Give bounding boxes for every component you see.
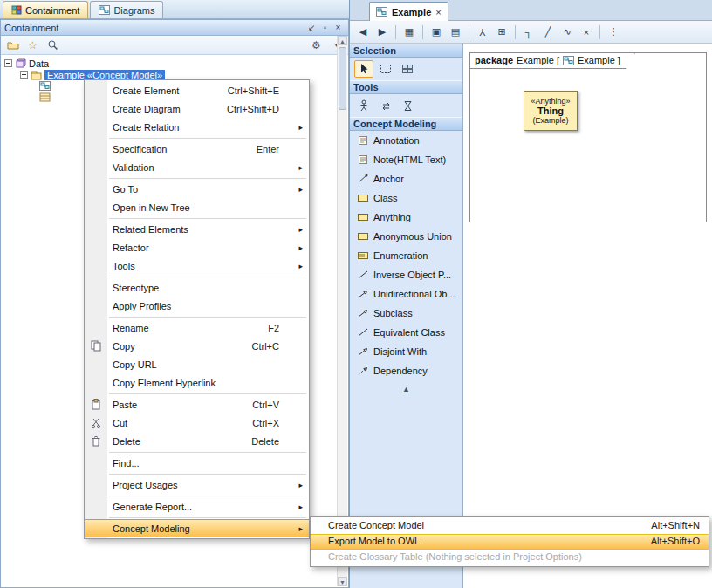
close-panel-button[interactable]: × — [332, 23, 345, 32]
menu-item-specification[interactable]: SpecificationEnter — [85, 140, 309, 158]
palette-item-equivalent-class[interactable]: Equivalent Class — [350, 323, 462, 342]
submenu-arrow-icon: ▸ — [298, 262, 303, 270]
tool-button-2[interactable] — [376, 97, 395, 114]
palette-item-label: Enumeration — [373, 250, 428, 261]
scroll-down-icon[interactable]: ▼ — [338, 577, 347, 586]
menu-item-open-in-new-tree[interactable]: Open in New Tree — [85, 198, 309, 216]
menu-item-rename[interactable]: RenameF2 — [85, 318, 309, 337]
menu-item-copy-element-hyperlink[interactable]: Copy Element Hyperlink — [85, 373, 309, 392]
package-icon — [31, 70, 42, 80]
menu-item-find[interactable]: Find... — [85, 454, 309, 472]
grid-tool-button[interactable] — [398, 60, 417, 78]
copy-button[interactable]: ▣ — [428, 24, 445, 41]
tool-button-1[interactable] — [354, 97, 373, 114]
menu-item-concept-modeling[interactable]: Concept Modeling▸ — [85, 519, 309, 537]
scrollbar-thumb[interactable] — [339, 47, 346, 110]
palette-item-anything[interactable]: Anything — [350, 208, 462, 227]
submenu-item-create-concept-model[interactable]: Create Concept ModelAlt+Shift+N — [311, 518, 709, 534]
dependency-icon — [356, 366, 369, 376]
menu-item-create-element[interactable]: Create ElementCtrl+Shift+E — [85, 81, 309, 99]
menu-separator — [109, 393, 306, 394]
search-button[interactable] — [45, 38, 60, 52]
menu-item-create-relation[interactable]: Create Relation▸ — [85, 118, 309, 136]
left-tab-strip: Containment Diagrams — [0, 0, 349, 19]
menu-item-go-to[interactable]: Go To▸ — [85, 180, 309, 198]
layout-button[interactable]: Y — [474, 24, 491, 41]
palette-scroll-up-button[interactable]: ▲ — [350, 380, 462, 393]
menu-item-delete[interactable]: DeleteDelete — [85, 432, 309, 450]
menu-item-refactor[interactable]: Refactor▸ — [85, 238, 309, 256]
palette-item-disjoint-with[interactable]: Disjoint With — [350, 342, 462, 361]
palette-item-anonymous-union[interactable]: Anonymous Union — [350, 227, 462, 246]
submenu-arrow-icon: ▸ — [298, 185, 303, 194]
forward-button[interactable]: ▶ — [373, 24, 391, 41]
menu-item-cut[interactable]: CutCtrl+X — [85, 414, 309, 432]
diagram-icon — [563, 56, 574, 65]
curve-path-button[interactable]: ∿ — [558, 24, 576, 41]
menu-item-stereotype[interactable]: Stereotype — [85, 278, 309, 297]
favorites-button[interactable]: ☆ — [25, 38, 40, 52]
palette-item-class[interactable]: Class — [350, 188, 462, 208]
dock-panel-button[interactable]: ▫ — [318, 23, 332, 32]
tree-row-data[interactable]: Data — [1, 58, 348, 69]
palette-item-subclass[interactable]: Subclass — [350, 304, 462, 323]
submenu-item-export-model-to-owl[interactable]: Export Model to OWLAlt+Shift+O — [311, 534, 709, 550]
palette-item-dependency[interactable]: Dependency — [350, 361, 462, 380]
menu-item-generate-report[interactable]: Generate Report...▸ — [85, 497, 309, 516]
oblique-path-button[interactable]: ╱ — [539, 24, 557, 41]
thing-element[interactable]: «Anything» Thing (Example) — [524, 91, 578, 131]
menu-item-related-elements[interactable]: Related Elements▸ — [85, 220, 309, 238]
package-context: Example ] — [578, 55, 620, 65]
back-button[interactable]: ◀ — [354, 24, 372, 41]
cursor-tool-button[interactable] — [354, 60, 373, 78]
remove-button[interactable]: × — [578, 24, 595, 41]
tool-button-3[interactable] — [398, 97, 417, 114]
more-button[interactable]: ⋮ — [605, 24, 622, 41]
menu-item-label: Specification — [107, 144, 167, 154]
menu-separator — [109, 496, 306, 496]
menu-item-label: Refactor — [107, 243, 149, 253]
menu-item-validation[interactable]: Validation▸ — [85, 158, 309, 176]
menu-item-copy-url[interactable]: Copy URL — [85, 355, 309, 373]
rectilinear-path-button[interactable]: ┐ — [520, 24, 537, 41]
palette-item-note-html-text[interactable]: Note(HTML Text) — [350, 150, 462, 169]
settings-gear-button[interactable]: ⚙ — [309, 38, 324, 52]
class-icon — [356, 193, 369, 203]
menu-item-project-usages[interactable]: Project Usages▸ — [85, 475, 309, 494]
toolbar-separator — [422, 25, 423, 39]
tab-diagrams[interactable]: Diagrams — [90, 1, 163, 18]
tab-example-diagram[interactable]: Example × — [369, 2, 448, 21]
close-tab-button[interactable]: × — [435, 7, 441, 17]
menu-item-tools[interactable]: Tools▸ — [85, 256, 309, 275]
menu-item-label: Open in New Tree — [107, 202, 190, 213]
diagram-canvas[interactable]: package Example [ Example ] «Anything» T… — [463, 44, 712, 588]
menu-item-label: Create Diagram — [107, 104, 181, 114]
menu-item-label: Copy URL — [107, 359, 157, 370]
palette-item-annotation[interactable]: Annotation — [350, 131, 462, 150]
grid-button[interactable]: ▦ — [400, 24, 418, 41]
menu-item-label: Delete — [107, 436, 140, 447]
palette-item-anchor[interactable]: Anchor — [350, 169, 462, 188]
open-button[interactable] — [5, 38, 20, 52]
tab-containment[interactable]: Containment — [3, 1, 88, 18]
submenu-arrow-icon: ▸ — [298, 524, 303, 533]
menu-item-copy[interactable]: CopyCtrl+C — [85, 337, 309, 355]
paste-button[interactable]: ▤ — [447, 24, 464, 41]
menu-item-apply-profiles[interactable]: Apply Profiles — [85, 297, 309, 315]
menu-item-paste[interactable]: PasteCtrl+V — [85, 395, 309, 414]
menu-item-label: Create Element — [107, 85, 179, 96]
palette-item-enumeration[interactable]: Enumeration — [350, 246, 462, 265]
scroll-up-icon[interactable]: ▲ — [338, 36, 347, 45]
marquee-tool-button[interactable] — [376, 60, 395, 78]
palette-item-inverse-object-p[interactable]: Inverse Object P... — [350, 265, 462, 284]
collapse-icon[interactable] — [20, 71, 28, 79]
float-panel-button[interactable]: ↙ — [305, 23, 318, 32]
menu-separator — [109, 218, 306, 219]
add-button[interactable]: ⊞ — [493, 24, 510, 41]
collapse-icon[interactable] — [4, 59, 12, 67]
menu-item-label: Validation — [107, 162, 154, 173]
menu-item-create-diagram[interactable]: Create DiagramCtrl+Shift+D — [85, 99, 309, 118]
menu-separator — [109, 517, 306, 518]
palette-item-unidirectional-ob[interactable]: Unidirectional Ob... — [350, 284, 462, 304]
tree-scrollbar[interactable]: ▲ ▼ — [337, 36, 347, 586]
